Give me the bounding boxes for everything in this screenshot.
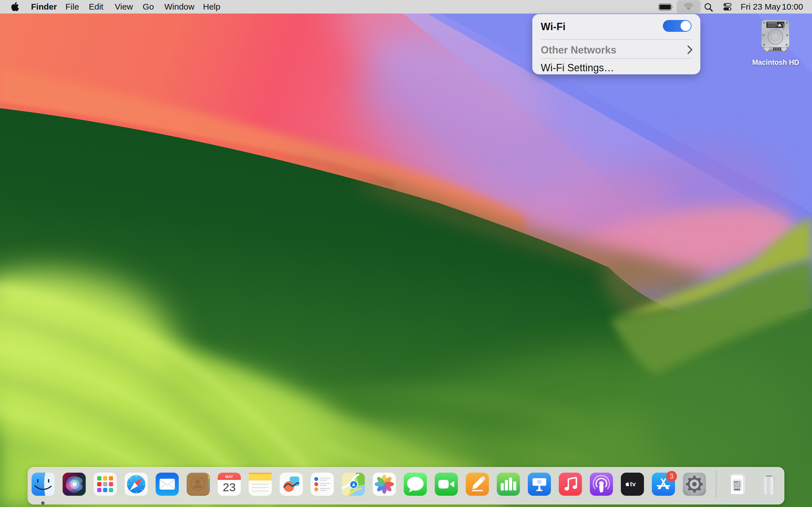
svg-text:3: 3	[670, 473, 673, 480]
svg-text:23: 23	[223, 481, 236, 494]
svg-text:tv: tv	[630, 480, 636, 488]
svg-text:MAY: MAY	[225, 474, 233, 479]
